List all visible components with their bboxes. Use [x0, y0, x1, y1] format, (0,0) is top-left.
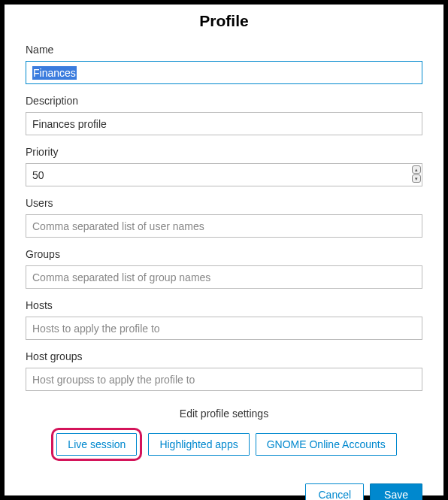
- hosts-label: Hosts: [26, 299, 422, 311]
- priority-label: Priority: [26, 146, 422, 158]
- name-value-selected: Finances: [32, 66, 77, 80]
- name-group: Name Finances: [26, 44, 422, 84]
- dialog-footer: Cancel Save: [26, 461, 422, 500]
- settings-section: Edit profile settings Live session Highl…: [26, 408, 422, 461]
- users-group: Users: [26, 197, 422, 238]
- priority-down-button[interactable]: ▾: [412, 174, 421, 183]
- groups-input[interactable]: [26, 265, 422, 289]
- dialog-title: Profile: [26, 12, 422, 30]
- highlight-annotation: Live session: [51, 428, 142, 461]
- priority-input[interactable]: [26, 163, 422, 186]
- priority-spinner: ▴ ▾: [412, 165, 421, 183]
- priority-up-button[interactable]: ▴: [412, 165, 421, 174]
- priority-group: Priority ▴ ▾: [26, 146, 422, 186]
- highlighted-apps-button[interactable]: Highlighted apps: [148, 433, 249, 456]
- groups-group: Groups: [26, 248, 422, 289]
- description-input[interactable]: [26, 112, 422, 135]
- name-label: Name: [26, 44, 422, 56]
- users-input[interactable]: [26, 214, 422, 238]
- profile-dialog: Profile Name Finances Description Priori…: [5, 5, 443, 495]
- name-input[interactable]: Finances: [26, 61, 422, 84]
- users-label: Users: [26, 197, 422, 209]
- description-group: Description: [26, 95, 422, 135]
- hostgroups-group: Host groups: [26, 350, 422, 391]
- description-label: Description: [26, 95, 422, 107]
- hosts-input[interactable]: [26, 317, 422, 340]
- hostgroups-label: Host groups: [26, 350, 422, 362]
- groups-label: Groups: [26, 248, 422, 260]
- cancel-button[interactable]: Cancel: [305, 483, 364, 500]
- save-button[interactable]: Save: [370, 483, 422, 500]
- live-session-button[interactable]: Live session: [56, 433, 137, 456]
- hostgroups-input[interactable]: [26, 368, 422, 391]
- gnome-online-accounts-button[interactable]: GNOME Online Accounts: [256, 433, 397, 456]
- hosts-group: Hosts: [26, 299, 422, 340]
- settings-label: Edit profile settings: [26, 408, 422, 420]
- settings-buttons: Live session Highlighted apps GNOME Onli…: [26, 428, 422, 461]
